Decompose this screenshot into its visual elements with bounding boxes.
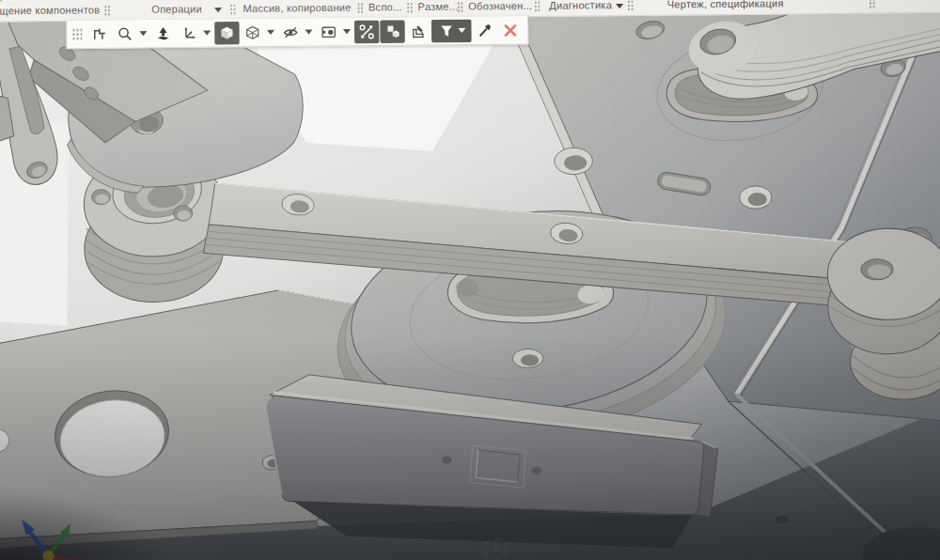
cad-viewport[interactable] xyxy=(0,0,940,560)
coordinate-axes-button[interactable] xyxy=(177,22,202,45)
toolbar-set-designations[interactable]: Обозначен... xyxy=(468,0,532,12)
drag-handle[interactable] xyxy=(627,0,634,11)
ribbon-clipped-fragment: ент xyxy=(0,0,4,1)
endpoints-line-icon xyxy=(358,23,375,39)
drag-handle[interactable] xyxy=(869,0,875,9)
wireframe-cube-icon xyxy=(244,23,261,40)
sketch-corner-icon xyxy=(91,25,108,42)
shaded-cube-icon xyxy=(218,24,235,41)
scene-components-button[interactable] xyxy=(380,20,405,43)
drag-handle[interactable] xyxy=(457,2,463,13)
close-icon xyxy=(502,22,519,39)
drag-handle[interactable] xyxy=(534,1,540,12)
chevron-down-icon[interactable] xyxy=(343,29,351,34)
zoom-icon xyxy=(117,25,133,42)
scene-components-icon xyxy=(384,23,400,39)
image-frame-icon xyxy=(321,23,337,40)
sketch-corner-button[interactable] xyxy=(87,23,113,46)
chevron-down-icon[interactable] xyxy=(203,30,211,35)
measure-angle-icon xyxy=(410,23,427,39)
chevron-down-icon[interactable] xyxy=(305,29,312,34)
drag-handle[interactable] xyxy=(104,5,111,16)
shaded-view-button[interactable] xyxy=(214,22,240,45)
toolbar-set-dimensions[interactable]: Разме... xyxy=(418,1,459,13)
chevron-down-icon[interactable] xyxy=(267,30,274,35)
toolbar-drag-handle[interactable] xyxy=(71,28,82,40)
toolbar-set-operations[interactable]: Операции xyxy=(151,3,202,15)
toolbar-set-drawing-spec[interactable]: Чертеж, спецификация xyxy=(667,0,784,10)
wireframe-view-button[interactable] xyxy=(240,21,265,44)
drag-handle[interactable] xyxy=(357,3,364,14)
eyedropper-icon xyxy=(476,22,493,39)
image-capture-button[interactable] xyxy=(316,21,341,44)
filter-funnel-icon xyxy=(437,22,454,39)
toolbar-set-placement-components[interactable]: мещение компонентов xyxy=(0,4,100,16)
zoom-button[interactable] xyxy=(113,23,138,46)
filter-button[interactable] xyxy=(431,19,472,42)
chevron-down-icon[interactable] xyxy=(214,8,222,12)
endpoints-line-button[interactable] xyxy=(354,20,380,43)
measure-angle-button[interactable] xyxy=(406,20,431,43)
chevron-down-icon[interactable] xyxy=(616,4,623,8)
orient-view-icon xyxy=(154,24,171,41)
chevron-down-icon[interactable] xyxy=(458,28,465,33)
toolbar-set-array-copy[interactable]: Массив, копирование xyxy=(243,2,351,14)
toolbar-set-diagnostics[interactable]: Диагностика xyxy=(549,0,612,11)
drag-handle[interactable] xyxy=(229,4,236,15)
floating-toolbar xyxy=(66,16,528,49)
toolbar-set-auxiliary[interactable]: Вспо... xyxy=(368,1,402,12)
hidden-eye-icon xyxy=(282,23,299,40)
drag-handle[interactable] xyxy=(406,2,413,13)
chevron-down-icon[interactable] xyxy=(139,31,147,36)
cad-model xyxy=(0,0,940,560)
photographed-screen: ент Геометрия мещение компонентов Операц… xyxy=(0,0,940,560)
eyedropper-button[interactable] xyxy=(472,19,497,42)
orient-view-button[interactable] xyxy=(150,22,176,45)
hide-objects-button[interactable] xyxy=(278,21,304,44)
close-button[interactable] xyxy=(498,19,524,42)
coordinate-axes-icon xyxy=(180,24,197,41)
